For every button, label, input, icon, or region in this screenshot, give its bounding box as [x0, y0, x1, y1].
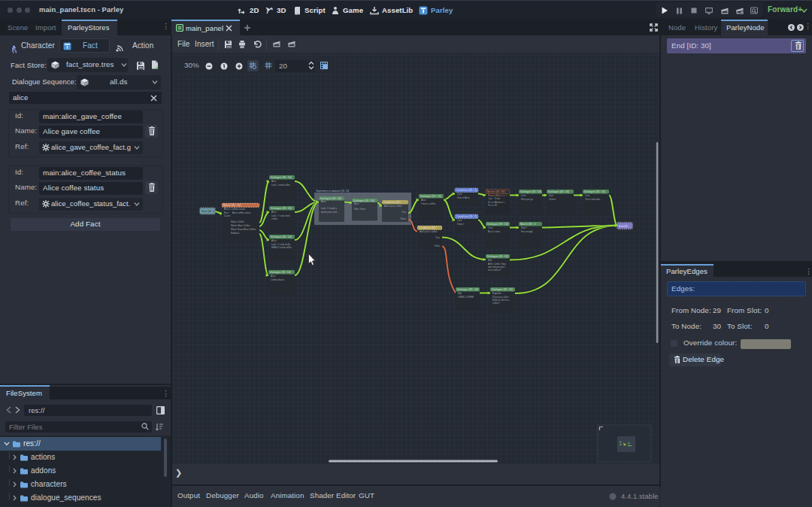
svg-text:Cont:: Cont:	[521, 194, 526, 197]
svg-text:Wants More Coffee: Wants More Coffee	[231, 224, 250, 227]
svg-text:Dialogue [ID: 14]: Dialogue [ID: 14]	[487, 255, 508, 258]
svg-text:Dialogue [ID: 14]: Dialogue [ID: 14]	[457, 288, 478, 291]
svg-text:Alice coffee status: Alice coffee status	[232, 211, 251, 214]
svg-text:Keep it.: Keep it.	[457, 223, 465, 226]
svg-text:But it's mine.: But it's mine.	[488, 230, 501, 233]
svg-text:Dialogue [ID: 14]: Dialogue [ID: 14]	[548, 190, 569, 193]
svg-text:46: 46	[495, 204, 498, 207]
svg-text:Coffee?: Coffee?	[492, 302, 500, 305]
svg-text:Cont:: Cont:	[585, 194, 590, 197]
svg-text:Alice's coffee status: Alice's coffee status	[224, 208, 246, 211]
svg-text:I'll get you coffee.: I'll get you coffee.	[492, 296, 509, 299]
svg-text:Give to Alice.: Give to Alice.	[457, 196, 470, 199]
svg-text:Look, I need coffee.: Look, I need coffee.	[271, 184, 291, 187]
svg-text:Condition [ID]: Condition [ID]	[419, 226, 436, 229]
svg-text:Condition [ID: 2]: Condition [ID: 2]	[456, 215, 477, 218]
svg-text:what did you want: what did you want	[488, 266, 505, 269]
svg-text:Dialogue [ID: 14]: Dialogue [ID: 14]	[492, 288, 513, 291]
svg-text:Script: Script	[495, 197, 500, 200]
svg-text:Experiment or whatever [ID: 22: Experiment or whatever [ID: 22]	[317, 190, 350, 193]
svg-text:Dialogue [ID: 14]: Dialogue [ID: 14]	[487, 223, 508, 226]
svg-text:I NEED COFFEE: I NEED COFFEE	[458, 296, 474, 299]
svg-text:Bob: Bob	[458, 292, 462, 295]
svg-text:Action [ID: 46]: Action [ID: 46]	[487, 190, 505, 193]
svg-text:Wants Even More Coffee: Wants Even More Coffee	[231, 228, 256, 231]
svg-text:Fair enough.: Fair enough.	[521, 230, 533, 233]
svg-text:Alice: Alice	[271, 275, 276, 278]
svg-text:Return:: Return:	[488, 204, 495, 207]
svg-text:Ahhh. Coffee. Now,: Ahhh. Coffee. Now,	[488, 263, 506, 266]
svg-text:Here you go.: Here you go.	[521, 198, 534, 201]
svg-text:Alice: Alice	[421, 199, 426, 202]
svg-text:True: True	[435, 236, 440, 239]
svg-text:Advance t...: Advance t...	[495, 201, 506, 204]
svg-text:Alice: Alice	[271, 180, 277, 183]
svg-text:Type:: Type:	[488, 197, 493, 200]
svg-text:Promise. But first...: Promise. But first...	[492, 299, 511, 302]
svg-text:Start?: Start?	[521, 226, 527, 229]
svg-text:REALLY need coffee.: REALLY need coffee.	[271, 246, 292, 249]
svg-text:Bob: Bob	[488, 259, 492, 262]
svg-text:False: False	[435, 244, 440, 247]
svg-text:You're welcome.: You're welcome.	[585, 198, 601, 201]
svg-text:Match [ID: 4: Match [ID: 4	[520, 223, 535, 226]
svg-text:End [ID...: End [ID...	[619, 225, 630, 228]
svg-text:Cont:: Cont:	[457, 219, 462, 222]
svg-text:Cont:: Cont:	[488, 226, 493, 229]
svg-text:Fallback: Fallback	[231, 232, 240, 235]
svg-text:Condition [ID: 2]: Condition [ID: 2]	[456, 189, 477, 192]
svg-text:Alice: Alice	[271, 239, 277, 242]
svg-text:me to look at?: me to look at?	[488, 269, 501, 272]
svg-text:Cases:: Cases:	[224, 214, 231, 217]
svg-text:Request Alice's or T...: Request Alice's or T...	[488, 194, 508, 197]
svg-text:Dive:: Dive:	[549, 194, 554, 197]
svg-text:Dialogue [ID: 14]: Dialogue [ID: 14]	[520, 190, 541, 193]
svg-text:Fact:: Fact:	[224, 211, 229, 214]
svg-text:Dialogue [ID: 14]: Dialogue [ID: 14]	[584, 190, 605, 193]
svg-text:Cont:: Cont:	[457, 193, 462, 196]
svg-text:Look, I I rarly really: Look, I I rarly really	[271, 243, 290, 246]
svg-text:Action:: Action:	[488, 201, 495, 204]
svg-text:Eugenbo...: Eugenbo...	[492, 292, 503, 295]
svg-text:coffee.: coffee.	[271, 217, 278, 220]
svg-text:Cheers.: Cheers.	[549, 198, 556, 201]
svg-text:Start [ID: 1]: Start [ID: 1]	[201, 210, 215, 213]
svg-text:Look, I I rarly need: Look, I I rarly need	[271, 214, 290, 217]
svg-text:Coffee please.: Coffee please.	[271, 278, 285, 281]
svg-text:And I you a coffee: And I you a coffee	[420, 230, 438, 233]
svg-text:Alice: Alice	[271, 211, 277, 214]
svg-text:I have a coffee.: I have a coffee.	[421, 202, 436, 205]
svg-text:Wants Coffee: Wants Coffee	[231, 220, 244, 223]
